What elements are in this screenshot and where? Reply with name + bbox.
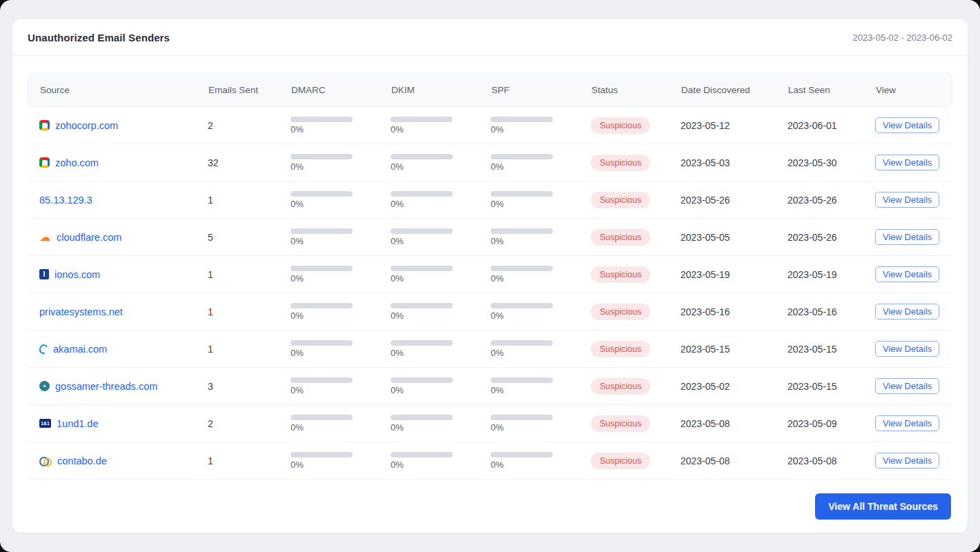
date-discovered-value: 2023-05-02 — [680, 381, 787, 392]
dkim-cell: 0% — [391, 191, 491, 209]
source-link[interactable]: gossamer-threads.com — [55, 381, 157, 392]
status-badge: Suspicious — [591, 304, 650, 320]
date-range-label: 2023-05-02 - 2023-06-02 — [852, 32, 952, 43]
dkim-percent-label: 0% — [391, 161, 491, 172]
dkim-cell: 0% — [391, 303, 491, 321]
table-row: privatesystems.net 1 0% 0% 0% Suspicious… — [28, 293, 952, 331]
emails-sent-value: 5 — [208, 232, 291, 243]
source-link[interactable]: akamai.com — [53, 344, 107, 355]
spf-progress-bar — [491, 266, 553, 271]
emails-sent-value: 2 — [208, 418, 291, 429]
unauthorized-senders-panel: Unauthorized Email Senders 2023-05-02 - … — [12, 19, 968, 533]
source-cell: zoho.com — [39, 157, 208, 168]
view-details-button[interactable]: View Details — [875, 415, 939, 431]
date-discovered-value: 2023-05-08 — [680, 455, 787, 466]
table-row: contabo.de 1 0% 0% 0% Suspicious 2023-05… — [28, 442, 952, 480]
dkim-progress-bar — [391, 340, 453, 346]
source-link[interactable]: contabo.de — [57, 455, 107, 466]
ionos-icon — [39, 269, 49, 279]
view-details-button[interactable]: View Details — [875, 341, 939, 357]
date-discovered-value: 2023-05-15 — [680, 344, 787, 355]
spf-percent-label: 0% — [491, 348, 591, 358]
dkim-progress-bar — [391, 228, 453, 234]
dkim-percent-label: 0% — [391, 199, 491, 209]
status-badge: Suspicious — [591, 415, 650, 432]
source-link[interactable]: cloudflare.com — [57, 232, 121, 243]
source-link[interactable]: 1und1.de — [57, 418, 98, 429]
dmarc-percent-label: 0% — [291, 348, 391, 358]
dkim-percent-label: 0% — [391, 385, 491, 395]
dmarc-progress-bar — [291, 117, 353, 122]
source-link[interactable]: 85.13.129.3 — [39, 195, 92, 206]
1und1-icon — [39, 419, 51, 428]
view-details-button[interactable]: View Details — [875, 453, 939, 469]
dmarc-percent-label: 0% — [291, 385, 391, 395]
status-badge: Suspicious — [591, 266, 650, 283]
panel-footer: View All Threat Sources — [12, 480, 968, 533]
dkim-cell: 0% — [391, 154, 491, 172]
status-cell: Suspicious — [591, 341, 680, 357]
source-link[interactable]: zoho.com — [55, 157, 99, 168]
column-header-spf: SPF — [491, 85, 591, 95]
dmarc-cell: 0% — [291, 452, 391, 470]
spf-cell: 0% — [491, 452, 591, 470]
spf-progress-bar — [491, 303, 553, 308]
status-cell: Suspicious — [591, 415, 680, 432]
view-details-button[interactable]: View Details — [875, 192, 939, 208]
table-row: 85.13.129.3 1 0% 0% 0% Suspicious 2023-0… — [28, 181, 952, 219]
dkim-progress-bar — [391, 415, 453, 420]
dmarc-cell: 0% — [291, 266, 391, 284]
dkim-progress-bar — [391, 191, 453, 197]
dmarc-progress-bar — [291, 303, 353, 308]
view-cell: View Details — [875, 304, 952, 319]
spf-percent-label: 0% — [491, 385, 591, 395]
table-row: ionos.com 1 0% 0% 0% Suspicious 2023-05-… — [28, 256, 952, 293]
dkim-progress-bar — [391, 154, 453, 159]
panel-title: Unauthorized Email Senders — [28, 32, 170, 43]
dkim-percent-label: 0% — [391, 236, 491, 246]
dkim-cell: 0% — [391, 377, 491, 395]
view-details-button[interactable]: View Details — [875, 304, 939, 319]
dmarc-cell: 0% — [291, 117, 391, 135]
contabo-icon — [39, 455, 52, 466]
dmarc-cell: 0% — [291, 415, 391, 433]
source-cell: 1und1.de — [39, 418, 208, 429]
dmarc-percent-label: 0% — [291, 161, 391, 172]
column-header-dkim: DKIM — [391, 85, 491, 95]
last-seen-value: 2023-05-09 — [787, 418, 875, 429]
status-badge: Suspicious — [591, 155, 650, 171]
dmarc-percent-label: 0% — [291, 236, 391, 246]
spf-percent-label: 0% — [491, 310, 591, 321]
spf-percent-label: 0% — [491, 199, 591, 209]
dmarc-percent-label: 0% — [291, 460, 391, 470]
view-details-button[interactable]: View Details — [875, 266, 939, 282]
dkim-percent-label: 0% — [391, 422, 491, 433]
status-cell: Suspicious — [591, 453, 680, 469]
date-discovered-value: 2023-05-05 — [680, 232, 787, 243]
view-details-button[interactable]: View Details — [875, 155, 939, 170]
spf-progress-bar — [491, 340, 553, 346]
table-header-row: Source Emails Sent DMARC DKIM SPF Status… — [28, 72, 952, 107]
spf-percent-label: 0% — [491, 273, 591, 284]
source-cell: gossamer-threads.com — [39, 381, 208, 392]
dkim-cell: 0% — [391, 228, 491, 246]
view-cell: View Details — [875, 341, 952, 357]
emails-sent-value: 3 — [208, 381, 291, 392]
date-discovered-value: 2023-05-16 — [680, 306, 787, 317]
dkim-progress-bar — [391, 377, 453, 383]
spf-progress-bar — [491, 452, 553, 457]
spf-cell: 0% — [491, 117, 591, 135]
source-link[interactable]: privatesystems.net — [39, 306, 123, 317]
source-link[interactable]: zohocorp.com — [55, 120, 118, 131]
dkim-cell: 0% — [391, 117, 491, 135]
view-details-button[interactable]: View Details — [875, 378, 939, 394]
dkim-percent-label: 0% — [391, 460, 491, 470]
view-details-button[interactable]: View Details — [875, 229, 939, 245]
source-link[interactable]: ionos.com — [55, 269, 100, 280]
senders-table: Source Emails Sent DMARC DKIM SPF Status… — [12, 56, 968, 480]
spf-progress-bar — [491, 415, 553, 420]
view-details-button[interactable]: View Details — [875, 117, 939, 133]
view-all-threat-sources-button[interactable]: View All Threat Sources — [815, 493, 951, 520]
spf-progress-bar — [491, 154, 553, 159]
status-badge: Suspicious — [591, 378, 650, 395]
